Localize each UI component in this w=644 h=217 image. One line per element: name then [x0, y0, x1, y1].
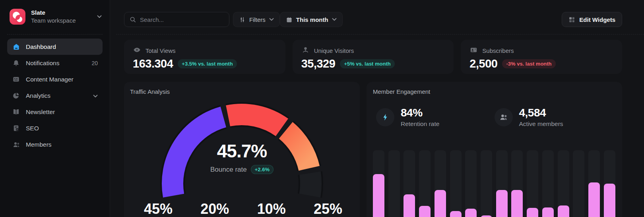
member-engagement-card: Member Engagement 84%Retention rate4,584… — [367, 82, 622, 217]
stat-delta-badge: -3% vs. last month — [502, 59, 555, 68]
period-label: This month — [296, 16, 328, 23]
bolt-icon-circle — [376, 108, 394, 126]
members-icon — [12, 140, 20, 149]
bar-track — [511, 150, 523, 217]
bar — [435, 190, 446, 217]
bar-track — [542, 150, 554, 217]
stat-card-header: Total Views — [133, 46, 277, 56]
stat-card-total-views: Total Views163.304+3.5% vs. last month — [124, 40, 285, 74]
workspace-subtitle: Team workspace — [31, 17, 91, 25]
bar — [373, 174, 384, 217]
bounce-rate-delta-badge: +2.6% — [251, 165, 274, 174]
chevron-down-icon — [93, 92, 98, 99]
bar — [542, 207, 554, 217]
engagement-stats: 84%Retention rate4,584Active members — [376, 107, 613, 128]
bar-track — [573, 150, 584, 217]
sidebar-item-label: SEO — [26, 125, 98, 132]
engagement-stat-value: 84% — [401, 107, 439, 119]
seo-icon — [12, 124, 20, 132]
bar-track — [496, 150, 508, 217]
bar — [588, 182, 600, 217]
bar — [419, 206, 431, 217]
sidebar-item-content-manager[interactable]: Content Manager — [7, 71, 103, 87]
bar — [481, 215, 492, 217]
topbar-divider — [116, 34, 644, 35]
topbar: Filters This month Edit Widgets — [124, 12, 622, 27]
sidebar-item-notifications[interactable]: Notifications20 — [7, 55, 103, 71]
search-icon — [129, 16, 136, 23]
bar-track — [388, 150, 400, 217]
bounce-rate-label: Bounce rate — [210, 166, 247, 174]
workspace-switcher[interactable]: Slate Team workspace — [0, 0, 110, 33]
grid-icon — [568, 16, 575, 23]
bar — [465, 209, 477, 217]
edit-widgets-button[interactable]: Edit Widgets — [562, 12, 622, 27]
bar — [511, 190, 523, 217]
edit-widgets-label: Edit Widgets — [579, 16, 615, 23]
filters-button[interactable]: Filters — [233, 12, 280, 27]
search-input[interactable] — [140, 16, 219, 23]
engagement-stat-retention-rate: 84%Retention rate — [376, 107, 495, 128]
stat-card-header: Subscribers — [469, 46, 613, 56]
bounce-rate-value: 45.7% — [124, 140, 360, 162]
bar — [604, 184, 615, 217]
sidebar-item-analytics[interactable]: Analytics — [7, 87, 103, 104]
engagement-stat-text: 4,584Active members — [519, 107, 563, 128]
engagement-stat-value: 4,584 — [519, 107, 563, 119]
bar-track — [373, 150, 384, 217]
bar — [558, 205, 569, 217]
bar-track — [403, 150, 415, 217]
stat-card-label: Total Views — [145, 47, 176, 54]
sidebar-item-newsletter[interactable]: Newsletter — [7, 104, 103, 120]
sidebar-item-label: Members — [26, 141, 98, 148]
book-icon — [12, 108, 20, 116]
bar — [527, 208, 538, 217]
users-icon-circle — [495, 108, 513, 126]
bar-track — [465, 150, 477, 217]
sliders-icon — [239, 16, 246, 23]
bar-track — [604, 150, 615, 217]
stat-card-value-row: 163.304+3.5% vs. last month — [133, 57, 277, 70]
sidebar: Slate Team workspace DashboardNotificati… — [0, 0, 110, 217]
visitor-icon — [301, 46, 310, 56]
sidebar-item-members[interactable]: Members — [7, 136, 103, 153]
search-box[interactable] — [124, 12, 229, 27]
stat-card-subscribers: Subscribers2,500-3% vs. last month — [461, 40, 622, 74]
bar-track — [527, 150, 538, 217]
calendar-icon — [286, 16, 293, 23]
pie-icon — [12, 91, 20, 100]
gauge-segment-dark — [310, 173, 311, 196]
stat-card-label: Unique Visitors — [314, 47, 354, 54]
chevron-down-icon — [269, 18, 274, 21]
engagement-stat-active-members: 4,584Active members — [495, 107, 613, 128]
sidebar-item-label: Dashboard — [26, 43, 98, 50]
stats-row: Total Views163.304+3.5% vs. last monthUn… — [124, 40, 622, 74]
sidebar-item-seo[interactable]: SEO — [7, 120, 103, 136]
gauge-axis-label: 20% — [200, 201, 229, 217]
bar-track — [419, 150, 431, 217]
chevron-down-icon — [97, 15, 102, 18]
filters-wrap: Filters — [233, 12, 280, 27]
traffic-analysis-card: Traffic Analysis 45.7% Bounce rate +2.6%… — [124, 82, 360, 217]
stat-card-value: 35,329 — [301, 57, 336, 70]
gauge-center: 45.7% Bounce rate +2.6% — [124, 140, 360, 174]
engagement-stat-label: Active members — [519, 120, 563, 128]
stat-card-label: Subscribers — [482, 47, 514, 54]
engagement-card-title: Member Engagement — [373, 88, 430, 95]
sidebar-item-label: Newsletter — [26, 108, 98, 116]
sidebar-nav: DashboardNotifications20Content ManagerA… — [0, 39, 110, 153]
period-selector[interactable]: This month — [280, 12, 343, 27]
sidebar-item-label: Analytics — [26, 92, 87, 99]
eye-icon — [133, 46, 141, 56]
stat-card-value-row: 2,500-3% vs. last month — [469, 57, 613, 70]
gauge-segment-red — [228, 114, 282, 128]
notification-count-badge: 20 — [91, 60, 98, 66]
sidebar-item-dashboard[interactable]: Dashboard — [7, 39, 103, 55]
bar-track — [558, 150, 569, 217]
engagement-stat-text: 84%Retention rate — [401, 107, 439, 128]
chevron-down-icon — [332, 18, 337, 21]
bar-track — [435, 150, 446, 217]
stat-card-value-row: 35,329+5% vs. last month — [301, 57, 445, 70]
workspace-name: Slate — [31, 9, 91, 17]
slate-logo — [10, 9, 25, 25]
